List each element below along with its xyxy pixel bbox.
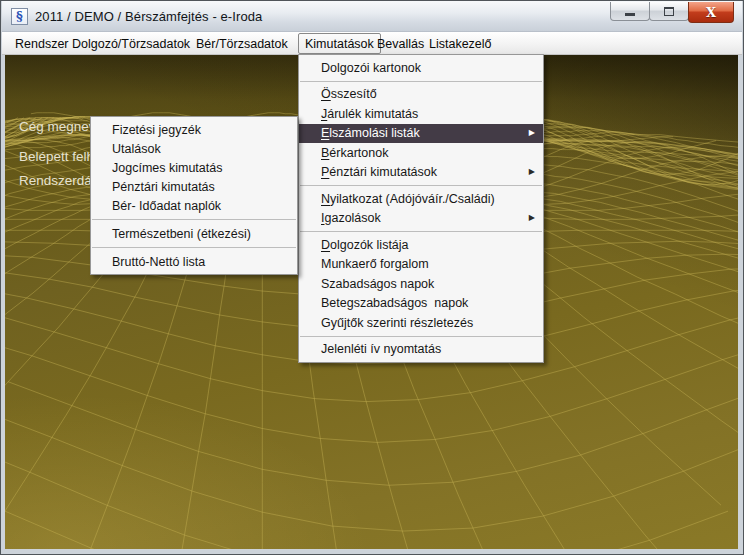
menu-item[interactable]: Pénztári kimutatás [91, 177, 297, 196]
menu-item-label: Fizetési jegyzék [112, 123, 289, 137]
menubar-item[interactable]: Listakezelő [422, 33, 499, 54]
menubar-item[interactable]: Bér/Törzsadatok [189, 33, 295, 54]
menu-item-label: Bér- Időadat naplók [112, 199, 289, 213]
menu-separator [300, 81, 542, 82]
menu-item-label: Járulék kimutatás [321, 107, 535, 121]
menu-item[interactable]: Összesítő [299, 85, 543, 105]
menu-separator [92, 247, 296, 248]
close-icon: X [706, 5, 716, 20]
maximize-icon [664, 7, 674, 16]
close-button[interactable]: X [688, 2, 734, 23]
menu-item-label: Betegszabadságos napok [321, 296, 535, 310]
menu-item-label: Természetbeni (étkezési) [112, 227, 289, 241]
menu-item[interactable]: Igazolások▶ [299, 209, 543, 229]
maximize-button[interactable] [649, 2, 689, 21]
menu-item-label: Bérkartonok [321, 146, 535, 160]
menu-item-label: Gyűjtők szerinti részletezés [321, 316, 535, 330]
menu-item-label: Pénztári kimutatás [112, 180, 289, 194]
submenu-arrow-icon: ▶ [529, 129, 535, 137]
menubar-item[interactable]: Kimutatások [298, 33, 381, 54]
submenu-arrow-icon: ▶ [529, 214, 535, 222]
menu-item[interactable]: Dolgozók listája [299, 235, 543, 255]
menu-item-label: Dolgozók listája [321, 238, 535, 252]
title-bar: § 2011 / DEMO / Bérszámfejtés - e-Iroda … [2, 1, 742, 32]
menu-item[interactable]: Szabadságos napok [299, 274, 543, 294]
menu-item[interactable]: Dolgozói kartonok [299, 58, 543, 78]
menu-item[interactable]: Bérkartonok [299, 143, 543, 163]
app-window: § 2011 / DEMO / Bérszámfejtés - e-Iroda … [0, 0, 744, 555]
menu-item-label: Igazolások [321, 211, 523, 225]
menu-item[interactable]: Jelenléti ív nyomtatás [299, 340, 543, 360]
elszamolasi-listak-submenu: Fizetési jegyzékUtalásokJogcímes kimutat… [90, 116, 298, 275]
menu-item[interactable]: Járulék kimutatás [299, 104, 543, 124]
menu-item-label: Nyilatkozat (Adójóváír./Családi) [321, 192, 535, 206]
menu-item[interactable]: Bruttó-Nettó lista [91, 252, 297, 271]
menu-separator [92, 219, 296, 220]
menu-item[interactable]: Pénztári kimutatások▶ [299, 163, 543, 183]
menu-item[interactable]: Nyilatkozat (Adójóváír./Családi) [299, 189, 543, 209]
menu-item-label: Utalások [112, 142, 289, 156]
menu-item-label: Pénztári kimutatások [321, 165, 523, 179]
menu-item[interactable]: Természetbeni (étkezési) [91, 224, 297, 243]
app-icon: § [11, 8, 28, 25]
menu-item-label: Munkaerő forgalom [321, 257, 535, 271]
menubar-item[interactable]: Dolgozó/Törzsadatok [65, 33, 197, 54]
menu-item-label: Elszámolási listák [321, 126, 523, 140]
menu-bar: RendszerDolgozó/TörzsadatokBér/Törzsadat… [2, 32, 742, 55]
menu-separator [300, 336, 542, 337]
minimize-icon [625, 13, 635, 16]
system-date-label: Rendszerdá [19, 173, 92, 188]
menu-separator [300, 231, 542, 232]
menu-item[interactable]: Bér- Időadat naplók [91, 196, 297, 215]
menu-item[interactable]: Jogcímes kimutatás [91, 158, 297, 177]
menu-item-label: Jelenléti ív nyomtatás [321, 342, 535, 356]
menu-item-label: Összesítő [321, 87, 535, 101]
menu-item-label: Bruttó-Nettó lista [112, 255, 289, 269]
kimutatasok-dropdown-menu: Dolgozói kartonokÖsszesítőJárulék kimuta… [298, 54, 544, 363]
menu-item-label: Jogcímes kimutatás [112, 161, 289, 175]
menu-separator [300, 185, 542, 186]
submenu-arrow-icon: ▶ [529, 168, 535, 176]
window-title: 2011 / DEMO / Bérszámfejtés - e-Iroda [35, 1, 262, 32]
menu-item[interactable]: Gyűjtők szerinti részletezés [299, 313, 543, 333]
menu-item-label: Dolgozói kartonok [321, 61, 535, 75]
menu-item-label: Szabadságos napok [321, 277, 535, 291]
window-controls: X [611, 2, 734, 23]
menu-item[interactable]: Elszámolási listák▶ [299, 124, 543, 144]
menu-item[interactable]: Utalások [91, 139, 297, 158]
menu-item[interactable]: Fizetési jegyzék [91, 120, 297, 139]
menu-item[interactable]: Munkaerő forgalom [299, 255, 543, 275]
menu-item[interactable]: Betegszabadságos napok [299, 294, 543, 314]
system-date-row: Rendszerdá [19, 173, 92, 188]
minimize-button[interactable] [610, 2, 650, 21]
